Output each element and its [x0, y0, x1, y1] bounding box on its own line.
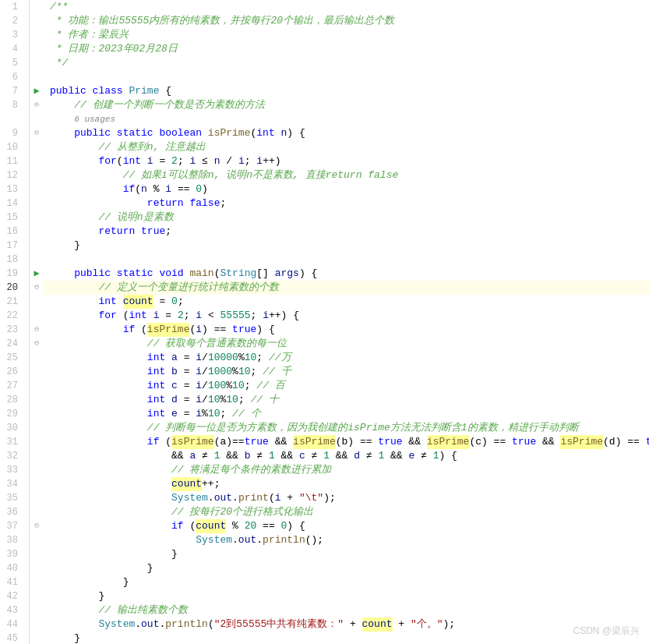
var-i-13: i	[165, 182, 171, 196]
cm-28: // 十	[245, 393, 279, 407]
ln-5: 5	[0, 56, 23, 70]
op-25b: /	[202, 351, 208, 365]
gc-15	[30, 211, 44, 225]
op-26b: /	[202, 365, 208, 379]
indent-22	[50, 309, 98, 323]
cm-10: // 从整到n, 注意越出	[98, 140, 206, 154]
punc-19b: []	[256, 267, 274, 281]
punc-44d: );	[443, 617, 456, 632]
ln-35: 35	[0, 491, 23, 505]
op-plus-44a: +	[344, 617, 362, 632]
cm-20: // 定义一个变量进行统计纯素数的个数	[98, 281, 278, 295]
kw-int-28: int	[147, 393, 171, 407]
punc-38a: .	[232, 533, 238, 547]
indent-28	[50, 393, 147, 407]
punc-28: ;	[238, 393, 245, 407]
ln-7: 7	[0, 84, 23, 98]
op-and-31b: &&	[403, 435, 427, 449]
kw-int2-11: int	[123, 154, 147, 168]
num-1b-32: 1	[269, 449, 275, 463]
punc-37a: (	[189, 519, 196, 533]
punc-31b: (a)==	[214, 435, 245, 449]
line-numbers: 1 2 3 4 5 6 7 8 9 10 11 12 13 14 15 16 1…	[0, 0, 30, 644]
code-line-26: int b = i/1000%10; // 千	[44, 365, 649, 379]
gc-23[interactable]: ⊖	[30, 337, 44, 351]
var-i4-11: i	[256, 154, 263, 168]
code-line-28: int d = i/10%10; // 十	[44, 393, 649, 407]
op-27: =	[178, 379, 196, 393]
var-count-44: count	[362, 617, 393, 632]
var-b-26: b	[171, 365, 178, 379]
punc-29: ;	[220, 407, 227, 421]
indent-17	[50, 239, 74, 253]
ln-25: 25	[0, 351, 23, 365]
var-i-28: i	[196, 393, 202, 407]
code-line-23: if (isPrime(i) == true) {	[44, 323, 649, 337]
gc-11	[30, 154, 44, 168]
num-0-21: 0	[171, 295, 178, 309]
ln-3: 3	[0, 28, 23, 42]
num-0-37: 0	[281, 519, 287, 533]
gc-22[interactable]: ⊖	[30, 323, 44, 337]
code-line-36: // 按每行20个进行格式化输出	[44, 505, 649, 519]
code-line-27: int c = i/100%10; // 百	[44, 379, 649, 393]
punc-31c: (b)	[336, 435, 354, 449]
gc-42	[30, 589, 44, 603]
var-out-38: out	[238, 533, 256, 547]
indent-33	[50, 463, 171, 477]
ln-42: 42	[0, 589, 23, 603]
indent-43	[50, 603, 98, 617]
op-ne-32e: ≠	[414, 449, 432, 463]
punc-16: ;	[165, 225, 171, 239]
var-n-9: n	[281, 126, 287, 140]
op-le-11: ≤	[196, 154, 213, 168]
op-eq-31b: ==	[488, 435, 512, 449]
editor-container: 1 2 3 4 5 6 7 8 9 10 11 12 13 14 15 16 1…	[0, 0, 649, 644]
var-d-32: d	[354, 449, 360, 463]
punc-40: }	[147, 561, 153, 575]
method-println-38: println	[263, 533, 305, 547]
var-i3-11: i	[238, 154, 245, 168]
code-line-38: System.out.println();	[44, 533, 649, 547]
op-26: =	[178, 365, 196, 379]
op-and-32a: &&	[171, 449, 189, 463]
gc-39	[30, 547, 44, 561]
gc-14	[30, 196, 44, 211]
gc-18	[30, 253, 44, 267]
ln-22: 22	[0, 309, 23, 323]
num-55555-22: 55555	[220, 309, 251, 323]
ln-17: 17	[0, 239, 23, 253]
punc-38c: ();	[305, 533, 323, 547]
cm-29: // 个	[226, 407, 260, 421]
ln-19: 19	[0, 267, 23, 281]
gc-37[interactable]: ⊖	[30, 519, 44, 533]
code-line-8b: 6 usages	[44, 112, 649, 126]
gc-30	[30, 435, 44, 449]
op-eq-23: ==	[214, 323, 232, 337]
cm-36: // 按每行20个进行格式化输出	[171, 505, 313, 519]
code-line-10: // 从整到n, 注意越出	[44, 140, 649, 154]
punc-35d: );	[323, 491, 336, 505]
gc-8[interactable]: ⊖	[30, 98, 44, 112]
var-e-29: e	[171, 407, 178, 421]
code-line-6	[44, 70, 649, 84]
ln-23: 23	[0, 323, 23, 337]
gc-1	[30, 0, 44, 14]
kw-public-19: public	[74, 267, 117, 281]
code-line-25: int a = i/10000%10; //万	[44, 351, 649, 365]
code-line-18	[44, 253, 649, 267]
kw-int-9: int	[256, 126, 280, 140]
op-mod-25: %	[238, 351, 245, 365]
op-div-11: /	[220, 154, 238, 168]
ln-31: 31	[0, 435, 23, 449]
ln-6: 6	[0, 70, 23, 84]
var-i-22: i	[153, 309, 160, 323]
indent-26	[50, 365, 147, 379]
gc-25	[30, 365, 44, 379]
var-i3-22: i	[263, 309, 269, 323]
method-isprime-9: isPrime	[208, 126, 251, 140]
gc-9[interactable]: ⊖	[30, 126, 44, 140]
indent-8	[50, 98, 74, 112]
gc-19b[interactable]: ⊖	[30, 281, 44, 295]
op-eq-13: ==	[171, 182, 196, 196]
